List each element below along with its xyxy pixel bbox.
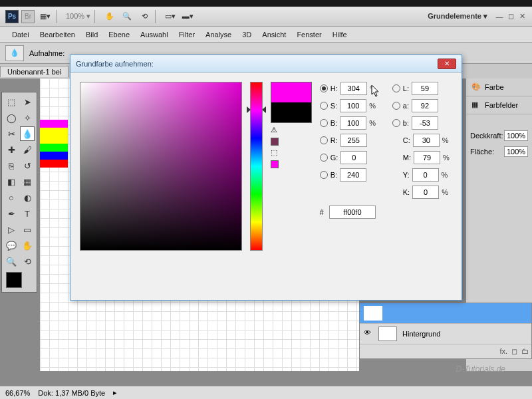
swatches-panel-tab[interactable]: ▦ Farbfelder [466,96,532,114]
dodge-tool-icon[interactable]: ◐ [20,190,35,205]
menu-help[interactable]: Hilfe [327,27,352,42]
close-icon[interactable]: ✕ [517,12,527,21]
arrange-icon[interactable]: ▭▾ [164,10,177,23]
radio-l[interactable] [392,84,400,92]
gradient-tool-icon[interactable]: ▦ [20,174,35,189]
menu-select[interactable]: Auswahl [135,27,174,42]
screen-mode-icon[interactable]: ▬▾ [181,10,194,23]
menu-file[interactable]: Datei [7,27,35,42]
pen-tool-icon[interactable]: ✒ [4,206,19,221]
eyedropper-tool-icon[interactable]: 💧 [20,126,35,141]
color-panel-tab[interactable]: 🎨 Farbe [466,78,532,96]
visibility-icon[interactable]: 👁 [364,329,374,339]
dialog-close-button[interactable]: ✕ [438,59,456,69]
dialog-titlebar[interactable]: Grundfarbe aufnehmen: ✕ [70,55,462,72]
r-input[interactable] [340,134,367,147]
menu-window[interactable]: Fenster [291,27,327,42]
g-input[interactable] [340,151,367,164]
y-label: Y: [403,171,410,179]
radio-a[interactable] [392,102,400,110]
status-arrow-icon[interactable]: ▸ [113,388,117,397]
hand-tool-icon[interactable]: ✋ [20,238,35,253]
shape-tool-icon[interactable]: ▭ [20,222,35,237]
eyedropper-icon[interactable]: 💧 [5,45,24,61]
crop-tool-icon[interactable]: ✂ [4,126,19,141]
zoom-tool-icon[interactable]: 🔍 [4,254,19,269]
path-tool-icon[interactable]: ▷ [4,222,19,237]
gamut-swatch[interactable] [271,138,279,146]
radio-bl[interactable] [320,171,328,179]
menu-analyze[interactable]: Analyse [200,27,237,42]
b-input[interactable] [340,116,366,130]
c-input[interactable] [413,134,440,147]
document-tab[interactable]: Unbenannt-1 bei [0,66,68,77]
type-tool-icon[interactable]: T [20,206,35,221]
fx-icon[interactable]: fx. [499,347,507,356]
menu-edit[interactable]: Bearbeiten [35,27,80,42]
layer-thumb [378,327,397,341]
opacity-value[interactable]: 100% [504,130,528,141]
wand-tool-icon[interactable]: ✧ [20,110,35,125]
menu-3d[interactable]: 3D [237,27,257,42]
s-unit: % [369,102,378,110]
m-input[interactable] [414,151,440,164]
s-input[interactable] [340,99,366,112]
bl-input[interactable] [340,168,366,182]
s-label: S: [331,102,337,110]
notes-tool-icon[interactable]: 💬 [4,238,19,253]
mask-icon[interactable]: ◻ [511,347,517,356]
brush-tool-icon[interactable]: 🖌 [20,142,35,157]
layout-icon[interactable]: ▦▾ [39,10,52,23]
c-unit: % [442,136,452,144]
minimize-icon[interactable]: — [495,12,504,21]
foreground-color-swatch[interactable] [6,272,22,288]
menu-layer[interactable]: Ebene [103,27,135,42]
l-input[interactable] [412,82,438,95]
menu-filter[interactable]: Filter [174,27,200,42]
hue-slider[interactable] [250,82,263,251]
radio-r[interactable] [320,136,328,144]
hand-icon[interactable]: ✋ [103,10,116,23]
radio-lab-b[interactable] [392,119,400,127]
move-tool-icon[interactable]: ⬚ [4,94,19,109]
color-field[interactable] [80,82,242,251]
hex-input[interactable] [329,205,376,219]
websafe-icon[interactable]: ⬚ [271,148,280,158]
bridge-logo-icon[interactable]: Br [21,10,35,23]
stamp-tool-icon[interactable]: ⎘ [4,158,19,173]
opacity-label: Deckkraft: [470,132,503,140]
radio-b[interactable] [320,119,328,127]
heal-tool-icon[interactable]: ✚ [4,142,19,157]
lasso-tool-icon[interactable]: ◯ [4,110,19,125]
lab-b-input[interactable] [412,116,438,130]
zoom-icon[interactable]: 🔍 [120,10,134,23]
title-bar: Ps Br ▦▾ 100% ▾ ✋ 🔍 ⟲ ▭▾ ▬▾ Grundelement… [0,7,532,27]
websafe-swatch[interactable] [271,160,279,168]
history-brush-icon[interactable]: ↺ [20,158,35,173]
radio-g[interactable] [320,154,328,162]
folder-icon[interactable]: 🗀 [521,347,529,356]
eraser-tool-icon[interactable]: ◧ [4,174,19,189]
workspace-switcher[interactable]: Grundelemente ▾ [428,12,487,21]
arrow-tool-icon[interactable]: ➤ [20,94,35,109]
menu-image[interactable]: Bild [80,27,103,42]
zoom-status[interactable]: 66,67% [5,389,30,397]
maximize-icon[interactable]: ◻ [506,12,515,21]
y-input[interactable] [412,168,439,182]
value-inputs: H:° L: S:% a: B:% b: R: C:% G: M:% B: Y:… [320,82,452,251]
layer-row-background[interactable]: 👁 Hintergrund [360,324,531,344]
k-input[interactable] [412,186,439,199]
fill-value[interactable]: 100% [504,146,528,157]
color-panel-label: Farbe [485,83,504,91]
a-input[interactable] [412,99,438,112]
blur-tool-icon[interactable]: ○ [4,190,19,205]
menu-view[interactable]: Ansicht [257,27,291,42]
radio-s[interactable] [320,102,328,110]
rotate-icon[interactable]: ⟲ [138,10,151,23]
layer-row-selected[interactable] [360,303,531,324]
zoom-dropdown[interactable]: 100% ▾ [66,12,90,21]
rotate-tool-icon[interactable]: ⟲ [20,254,35,269]
gamut-warning-icon[interactable]: ⚠ [271,126,280,135]
h-input[interactable] [340,82,367,95]
radio-h[interactable] [320,84,328,92]
